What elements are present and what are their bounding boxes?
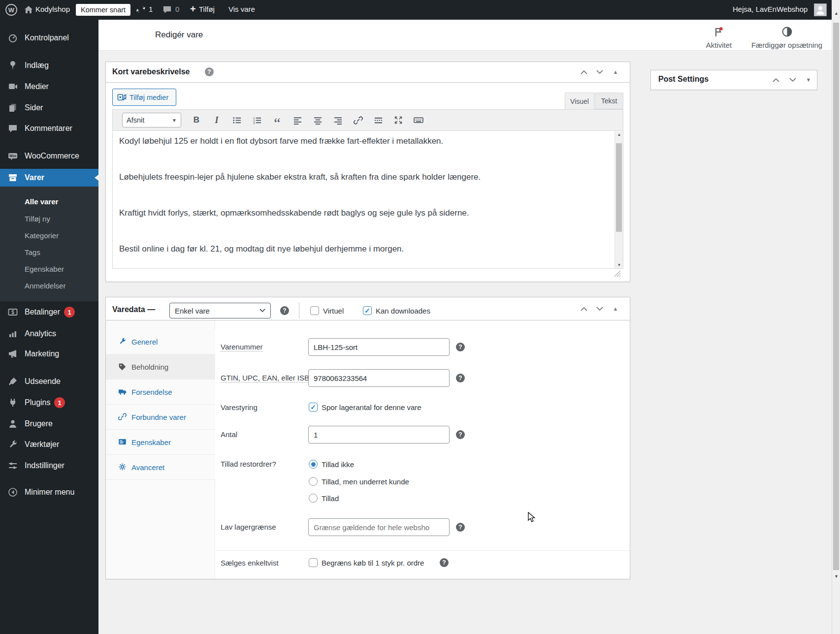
avatar[interactable] — [814, 3, 827, 16]
tab-visual[interactable]: Visuel — [565, 93, 594, 110]
sidebar-item-products[interactable]: Varer — [0, 169, 98, 187]
read-more-icon[interactable] — [369, 112, 387, 128]
sidebar-item-media[interactable]: Medier — [0, 78, 98, 95]
panel2-toggle-icon[interactable]: ▲ — [609, 304, 622, 314]
post-settings-down-icon[interactable] — [786, 75, 799, 85]
product-type-help-icon[interactable]: ? — [280, 306, 289, 315]
block-format-select[interactable]: Afsnit ▼ — [122, 113, 181, 127]
sidebar-item-dashboard[interactable]: Kontrolpanel — [0, 29, 98, 47]
updates-icon[interactable] — [136, 4, 146, 14]
tab-attributes[interactable]: Egenskaber — [106, 430, 215, 455]
panel2-move-down-icon[interactable] — [593, 304, 606, 314]
manage-stock-checkbox-label[interactable]: Spor lagerantal for denne vare — [322, 403, 421, 412]
backorder-radio-allow-notify[interactable] — [309, 477, 318, 486]
editor-content[interactable]: Kodyl løbehjul 125 er holdt i en flot dy… — [112, 131, 623, 269]
sold-individually-checkbox-label[interactable]: Begræns køb til 1 styk pr. ordre — [322, 559, 424, 567]
submenu-reviews[interactable]: Anmeldelser — [25, 282, 65, 291]
fullscreen-icon[interactable] — [389, 112, 407, 128]
quantity-help-icon[interactable]: ? — [456, 430, 465, 439]
bold-button[interactable]: B — [188, 112, 205, 128]
low-stock-input[interactable] — [308, 518, 450, 536]
scroll-down-icon[interactable]: ▼ — [832, 574, 840, 579]
post-settings-toggle-icon[interactable]: ▼ — [802, 75, 815, 85]
sidebar-item-payments[interactable]: $ Betalinger — [0, 303, 98, 321]
backorder-option-label[interactable]: Tillad, men underret kunde — [322, 477, 409, 486]
tab-advanced[interactable]: Avanceret — [106, 455, 215, 480]
bullet-list-icon[interactable] — [228, 112, 246, 128]
comments-icon[interactable] — [162, 5, 172, 14]
sidebar-item-analytics[interactable]: Analytics — [0, 325, 98, 343]
view-item-link[interactable]: Vis vare — [228, 5, 255, 13]
scroll-thumb[interactable] — [833, 23, 839, 570]
post-settings-up-icon[interactable] — [770, 75, 782, 85]
tab-shipping[interactable]: Forsendelse — [106, 380, 215, 405]
gtin-help-icon[interactable]: ? — [456, 374, 465, 382]
account-greeting[interactable]: Hejsa, LavEnWebshop — [733, 5, 808, 13]
sidebar-item-marketing[interactable]: Marketing — [0, 345, 98, 363]
blockquote-icon[interactable]: “ — [268, 112, 286, 128]
link-icon[interactable] — [349, 112, 367, 128]
wp-logo-icon[interactable]: W — [5, 3, 18, 16]
finish-setup-button[interactable]: Færdiggør opsætning — [748, 26, 826, 49]
align-left-icon[interactable] — [289, 112, 306, 128]
sidebar-item-posts[interactable]: Indlæg — [0, 57, 98, 74]
sidebar-item-settings[interactable]: Indstillinger — [0, 457, 98, 475]
downloadable-checkbox[interactable]: ✓ — [363, 306, 372, 315]
submenu-tags[interactable]: Tags — [25, 248, 40, 258]
submenu-categories[interactable]: Kategorier — [25, 231, 59, 241]
gtin-input[interactable] — [308, 369, 450, 387]
sold-individually-help-icon[interactable]: ? — [440, 558, 449, 567]
add-media-button[interactable]: Tilføj medier — [112, 89, 176, 106]
page-scrollbar[interactable]: ▲ ▼ — [832, 0, 840, 634]
sidebar-item-comments[interactable]: Kommentarer — [0, 120, 98, 137]
low-stock-help-icon[interactable]: ? — [456, 523, 465, 532]
site-name-link[interactable]: Kodylshop — [35, 5, 70, 13]
panel1-toggle-icon[interactable]: ▲ — [609, 67, 622, 77]
italic-button[interactable]: I — [208, 112, 226, 128]
backorder-option-label[interactable]: Tillad — [322, 494, 339, 503]
submenu-attributes[interactable]: Egenskaber — [25, 265, 64, 275]
short-description-help-icon[interactable]: ? — [205, 67, 214, 76]
product-type-select[interactable]: Enkel vare — [169, 303, 271, 318]
submenu-add-new[interactable]: Tilføj ny — [25, 215, 50, 224]
virtual-checkbox[interactable] — [310, 306, 319, 315]
sidebar-item-plugins[interactable]: Plugins — [0, 394, 98, 412]
panel2-move-up-icon[interactable] — [578, 304, 590, 314]
keyboard-shortcuts-icon[interactable] — [410, 112, 427, 128]
activity-button[interactable]: Aktivitet — [697, 26, 741, 49]
comments-count[interactable]: 0 — [175, 5, 179, 13]
align-center-icon[interactable] — [309, 112, 326, 128]
backorder-radio-do-not-allow[interactable] — [309, 460, 318, 469]
sku-help-icon[interactable]: ? — [456, 343, 465, 351]
updates-count[interactable]: 1 — [149, 5, 153, 13]
sidebar-item-tools[interactable]: Værktøjer — [0, 436, 98, 453]
sidebar-item-appearance[interactable]: Udseende — [0, 373, 98, 390]
tab-linked-products[interactable]: Forbundne varer — [106, 405, 215, 430]
home-icon[interactable] — [24, 5, 33, 15]
sidebar-item-pages[interactable]: Sider — [0, 99, 98, 117]
panel1-move-down-icon[interactable] — [593, 67, 606, 77]
backorder-option-label[interactable]: Tillad ikke — [322, 460, 354, 469]
add-new-link[interactable]: Tilføj — [199, 5, 215, 13]
editor-scroll-thumb[interactable] — [616, 143, 622, 232]
tab-text[interactable]: Tekst — [595, 93, 623, 109]
editor-scroll-down-icon[interactable]: ▼ — [615, 263, 623, 267]
downloadable-label[interactable]: Kan downloades — [376, 307, 430, 315]
virtual-label[interactable]: Virtuel — [323, 307, 344, 315]
tab-inventory[interactable]: Beholdning — [106, 354, 215, 380]
backorder-radio-allow[interactable] — [309, 494, 318, 503]
editor-scroll-up-icon[interactable]: ▲ — [615, 132, 623, 137]
numbered-list-icon[interactable]: 123 — [248, 112, 266, 128]
tab-general[interactable]: Generel — [106, 329, 215, 354]
scroll-up-icon[interactable]: ▲ — [832, 11, 840, 16]
submenu-all-products[interactable]: Alle varer — [25, 197, 58, 207]
manage-stock-checkbox[interactable]: ✓ — [309, 403, 318, 412]
editor-resize-handle[interactable] — [613, 270, 621, 277]
align-right-icon[interactable] — [329, 112, 347, 128]
editor-scrollbar[interactable]: ▲ ▼ — [614, 131, 623, 268]
sold-individually-checkbox[interactable] — [309, 558, 318, 567]
sidebar-item-woocommerce[interactable]: Woo WooCommerce — [0, 147, 98, 165]
sidebar-item-users[interactable]: Brugere — [0, 415, 98, 433]
quantity-input[interactable] — [308, 426, 450, 444]
sidebar-item-collapse-menu[interactable]: Minimer menu — [0, 483, 98, 501]
